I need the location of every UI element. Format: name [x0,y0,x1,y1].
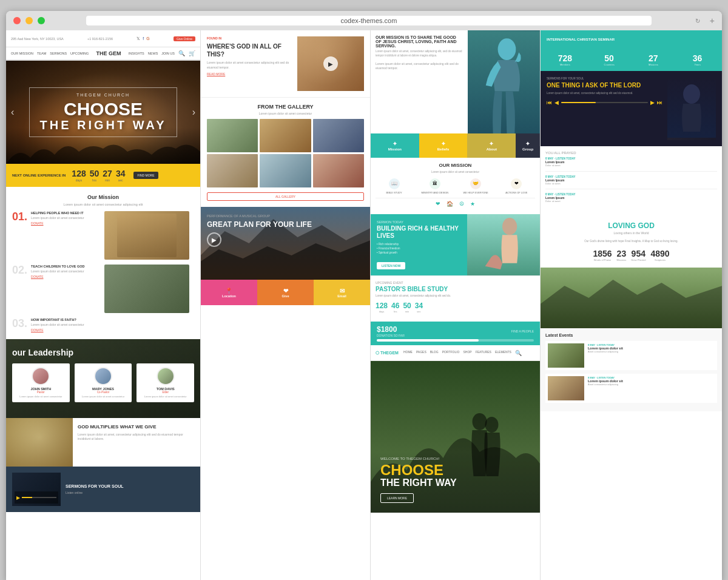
mc-star-icon[interactable]: ★ [470,201,475,207]
mission-block[interactable]: ✦ Mission [371,133,419,158]
loving-god-section: LOVING GOD Loving others in the World Ou… [541,215,722,268]
god-image-effect [6,418,73,467]
nav-insights[interactable]: INSIGHTS [129,52,144,55]
facebook-icon[interactable]: f [143,36,144,41]
minimize-button[interactable] [25,17,33,24]
twitter-icon[interactable]: 𝕏 [136,36,140,41]
le-content-1: 8 MAY · LISTEN TODAY Lorem ipsum dolor s… [588,343,715,368]
gallery-item-1[interactable] [207,119,258,152]
find-more-button[interactable]: FIND MORE [133,172,158,179]
tg-portfolio[interactable]: PORTFOLIO [442,350,460,356]
about-block[interactable]: ✦ About [467,133,516,158]
mission-top-body: Lorem ipsum dolor sit amet, consectetur … [376,50,463,58]
nav-news[interactable]: NEWS [148,52,158,55]
gallery-all-button[interactable]: ALL GALLERY [207,192,364,201]
mc-heart-icon[interactable]: ❤ [436,201,440,207]
schedule-row-2: 8 MAY · LISTEN TODAY Lorem Ipsum Dolor s… [545,175,717,190]
audio-prev-icon[interactable]: ◀ [554,99,559,106]
give-online-button[interactable]: Give Online [174,36,195,41]
audio-progress-bar[interactable] [561,102,648,103]
play-circle[interactable]: ▶ [323,56,338,71]
tg-pages[interactable]: PAGES [416,350,426,356]
tg-features[interactable]: FEATURES [476,350,491,356]
group-block[interactable]: ✦ Group [516,133,540,158]
wheres-god-text: Lorem ipsum dolor sit amet consectetur a… [207,61,292,70]
gallery-item-2[interactable] [260,119,311,152]
play-icon[interactable]: ▶ [16,495,20,501]
gallery-item-5[interactable] [260,154,311,187]
upcoming-event-title: PASTOR'S BIBLE STUDY [376,286,535,293]
tg-home[interactable]: HOME [403,350,413,356]
mission-link-2[interactable]: DONATE [31,275,85,278]
hero-next-button[interactable]: › [192,107,195,118]
close-button[interactable] [13,17,21,24]
stat-countries: 50 Countries [590,53,629,66]
audio-play-icon[interactable]: ⏮ [547,99,552,106]
about-block-label: About [487,147,497,151]
tg-blog[interactable]: BLOG [430,350,439,356]
location-tab[interactable]: 📍 Location [201,280,257,305]
gallery-item-3[interactable] [313,119,364,152]
progress-bar[interactable] [22,497,56,498]
wheres-god-image: ▶ [297,36,364,91]
cart-icon[interactable]: 🛒 [189,50,195,56]
loving-god-stats: 1856 Words of Praise 23 Missions 954 Gre… [547,249,716,261]
search-icon[interactable]: 🔍 [178,50,185,56]
mission-link-3[interactable]: DONATE [31,328,84,332]
browser-titlebar: codex-themes.com ↻ + [6,11,722,30]
beliefs-block[interactable]: ✦ Beliefs [419,133,468,158]
tg-elements[interactable]: ELEMENTS [495,350,511,356]
nav-join-us[interactable]: JOIN US [161,52,175,55]
refresh-icon[interactable]: ↻ [695,18,700,24]
nav-links-row: OUR MISSION TEAM SERMONS UPCOMING THE GE… [6,47,200,61]
audio-end-icon[interactable]: ⏭ [657,99,662,106]
new-tab-icon[interactable]: + [710,16,715,25]
thegem-logo[interactable]: ⬡ THEGEM [376,351,399,356]
hero-prev-button[interactable]: ‹ [11,107,14,118]
mountain-section [541,268,722,328]
nav-upcoming[interactable]: UPCOMING [70,52,89,55]
sermons-soul-section: SERMONS FOR YOUR SOUL ONE THING I ASK OF… [541,71,722,146]
donation-amount: $1800 [377,325,405,334]
tg-search-icon[interactable]: 🔍 [515,350,522,356]
email-tab[interactable]: ✉ Email [314,280,370,305]
gallery-item-6[interactable] [313,154,364,187]
seminar-title: INTERNATIONAL CHRISTIAN SEMINAR [547,38,615,41]
gallery-item-4[interactable] [207,154,258,187]
google-icon[interactable]: G [146,36,149,41]
stat-missions-num: 27 [634,53,673,63]
audio-next-icon[interactable]: ▶ [650,99,655,106]
tg-shop[interactable]: SHOP [463,350,471,356]
thegem-nav-links: HOME PAGES BLOG PORTFOLIO SHOP FEATURES … [403,350,522,356]
mission-link-1[interactable]: DONATE [31,221,84,225]
mission-item-1: 01. HELPING PEOPLE WHO NEED IT Lorem ips… [12,211,99,260]
learn-more-button[interactable]: LEARN MORE [380,493,414,503]
nav-our-mission[interactable]: OUR MISSION [11,52,33,55]
ue-minutes: 50 min [403,302,411,313]
donation-label: DONATION SO FAR [377,334,405,337]
leader-card-1: JOHN SMITH Pastor Lorem ipsum dolor sit … [12,363,70,402]
nav-sermons[interactable]: SERMONS [50,52,67,55]
listen-now-button[interactable]: LISTEN NOW [377,262,405,269]
person-in-photo [117,214,177,257]
god-multiplies-section: GOD MULTIPLIES WHAT WE GIVE Lorem ipsum … [6,418,200,467]
mc-dove-icon[interactable]: ☮ [459,201,464,207]
url-bar[interactable]: codex-themes.com [86,16,652,25]
sermons-soul-content: SERMONS FOR YOUR SOUL ONE THING I ASK OF… [547,77,662,140]
lg-stat-words: 1856 Words of Praise [593,249,612,261]
maximize-button[interactable] [38,17,45,24]
hero-subtitle: THEGEM CHURCH [39,93,166,97]
schedule-left-1: 8 MAY · LISTEN TODAY Lorem Ipsum Dolor s… [545,157,576,167]
nav-team[interactable]: TEAM [37,52,46,55]
svg-point-2 [498,38,516,60]
site-logo[interactable]: THE GEM [92,50,124,56]
mc-home-icon[interactable]: 🏠 [447,201,453,207]
beliefs-icon-symbol: ✦ [437,141,450,147]
browser-window: codex-themes.com ↻ + 295 Aad New York, N… [6,11,722,580]
le-etext-2: Amet consectetur adipiscing [588,383,715,386]
latest-events-section: Latest Events 8 MAY · LISTEN TODAY Lorem… [541,328,722,411]
give-tab[interactable]: ❤ Give [257,280,314,305]
location-tab-content: 📍 Location [222,288,236,298]
play-button[interactable]: ▶ [297,36,364,91]
wheres-god-link[interactable]: READ MORE [207,72,292,76]
